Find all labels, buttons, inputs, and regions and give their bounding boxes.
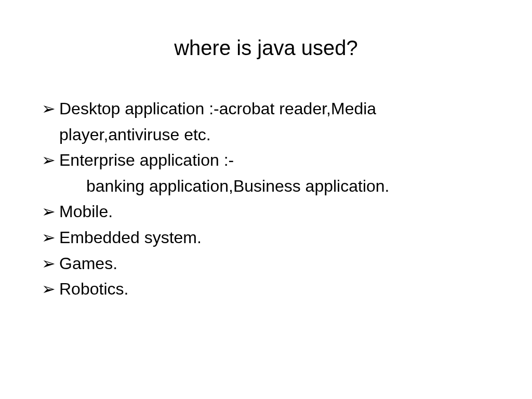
bullet-icon: ➢	[42, 276, 59, 302]
list-item-text: Desktop application :-acrobat reader,Med…	[59, 96, 490, 148]
bullet-icon: ➢	[42, 225, 59, 251]
list-item: ➢ Mobile.	[42, 199, 490, 225]
list-item-text: Mobile.	[59, 199, 490, 225]
list-item: ➢ Games.	[42, 251, 490, 277]
bullet-icon: ➢	[42, 199, 59, 225]
list-item: ➢ Enterprise application :-	[42, 148, 490, 174]
slide-content: ➢ Desktop application :-acrobat reader,M…	[42, 96, 490, 302]
list-item: ➢ Robotics.	[42, 276, 490, 302]
list-item-subtext: banking application,Business application…	[42, 174, 490, 200]
list-item: ➢ Desktop application :-acrobat reader,M…	[42, 96, 490, 148]
bullet-icon: ➢	[42, 148, 59, 174]
list-item-text: Enterprise application :-	[59, 148, 490, 174]
slide-title: where is java used?	[42, 36, 490, 60]
bullet-icon: ➢	[42, 96, 59, 122]
list-item-text: Games.	[59, 251, 490, 277]
bullet-icon: ➢	[42, 251, 59, 277]
list-item-text: Embedded system.	[59, 225, 490, 251]
list-item-text: Robotics.	[59, 276, 490, 302]
list-item: ➢ Embedded system.	[42, 225, 490, 251]
